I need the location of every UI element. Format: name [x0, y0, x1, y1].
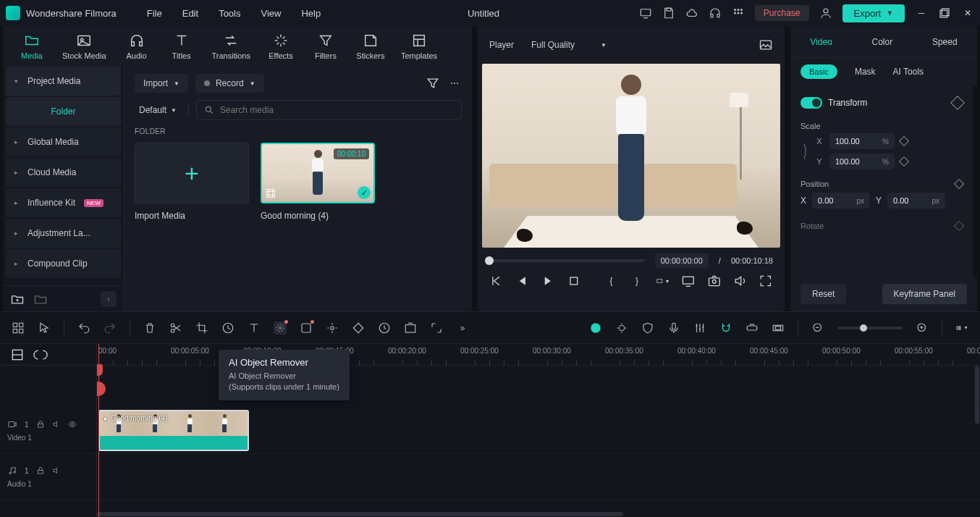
keyframe-panel-button[interactable]: Keyframe Panel	[882, 284, 967, 304]
sidebar-item-influence-kit[interactable]: ▸Influence KitNEW	[6, 188, 121, 217]
fullscreen-button[interactable]	[759, 274, 773, 288]
mute-icon[interactable]	[52, 420, 61, 429]
export-button[interactable]: Export▼	[842, 4, 905, 22]
volume-button[interactable]	[733, 274, 748, 288]
expand-icon[interactable]	[430, 321, 443, 335]
player-tab[interactable]: Player	[489, 40, 514, 50]
lock-icon[interactable]	[36, 420, 45, 429]
ai-object-remover-icon[interactable]	[274, 321, 287, 335]
delete-icon[interactable]	[143, 321, 156, 335]
keyframe-icon[interactable]	[954, 221, 964, 231]
voiceover-icon[interactable]	[615, 321, 628, 335]
headphones-icon[interactable]	[709, 7, 722, 20]
horizontal-scrollbar[interactable]	[97, 511, 974, 517]
user-icon[interactable]	[819, 7, 832, 20]
video-track-row[interactable]: ▸Good morning (4)	[97, 408, 980, 454]
position-x-input[interactable]: 0.00px	[812, 193, 870, 209]
reset-button[interactable]: Reset	[801, 284, 846, 304]
speed-icon[interactable]	[221, 321, 235, 335]
zoom-in-icon[interactable]	[916, 321, 929, 335]
vertical-scrollbar[interactable]	[974, 366, 980, 511]
inspector-tab-speed[interactable]: Speed	[928, 31, 962, 53]
save-icon[interactable]	[662, 7, 675, 20]
overlay-icon[interactable]	[772, 321, 785, 335]
marker-icon[interactable]	[378, 321, 391, 335]
auto-ripple-icon[interactable]	[33, 348, 48, 362]
new-folder-icon[interactable]	[10, 292, 25, 306]
mute-icon[interactable]	[52, 466, 61, 475]
ai-face-icon[interactable]	[589, 321, 602, 335]
tab-templates[interactable]: Templates	[397, 30, 442, 63]
audio-mixer-icon[interactable]	[693, 321, 706, 335]
scale-y-input[interactable]: 100.00%	[829, 154, 895, 169]
more-tools-icon[interactable]: »	[456, 321, 469, 335]
sort-select[interactable]: Default▼	[135, 102, 181, 118]
mark-out-button[interactable]: }	[630, 274, 644, 288]
keyframe-icon[interactable]	[899, 136, 909, 146]
subtab-mask[interactable]: Mask	[855, 67, 876, 77]
shield-icon[interactable]	[641, 321, 654, 335]
track-header-audio[interactable]: 1 Audio 1	[0, 454, 96, 500]
position-y-input[interactable]: 0.00px	[887, 193, 945, 209]
menu-tools[interactable]: Tools	[211, 4, 248, 23]
close-button[interactable]: ✕	[961, 7, 974, 20]
display-button[interactable]	[681, 274, 696, 288]
screenshot-icon[interactable]	[404, 321, 417, 335]
maximize-button[interactable]	[938, 7, 951, 20]
add-track-icon[interactable]	[10, 348, 25, 362]
import-media-tile[interactable]: + Import Media	[135, 143, 249, 221]
tab-stickers[interactable]: Stickers	[352, 30, 389, 63]
ratio-button[interactable]: ▼	[656, 274, 670, 288]
inspector-tab-color[interactable]: Color	[868, 31, 897, 53]
text-icon[interactable]	[248, 321, 261, 335]
video-clip[interactable]: ▸Good morning (4)	[98, 410, 249, 451]
keyframe-icon[interactable]	[899, 156, 909, 167]
sidebar-item-global-media[interactable]: ▸Global Media	[6, 127, 121, 156]
snapshot-mode-icon[interactable]	[759, 38, 773, 52]
select-tool-icon[interactable]	[38, 321, 51, 335]
menu-view[interactable]: View	[253, 4, 288, 23]
keyframe-tool-icon[interactable]	[352, 321, 365, 335]
subtab-ai-tools[interactable]: AI Tools	[893, 67, 924, 77]
tab-transitions[interactable]: Transitions	[208, 30, 255, 63]
stop-button[interactable]	[567, 274, 581, 288]
tab-filters[interactable]: Filters	[307, 30, 345, 63]
playhead[interactable]	[98, 344, 99, 517]
player-preview[interactable]	[482, 64, 780, 248]
filter-icon[interactable]	[426, 76, 440, 91]
undo-icon[interactable]	[77, 321, 90, 335]
track-header-video[interactable]: 1 Video 1	[0, 408, 96, 454]
record-button[interactable]: Record▼	[195, 74, 264, 93]
transform-toggle[interactable]	[801, 97, 822, 109]
scale-x-input[interactable]: 100.00%	[829, 133, 895, 149]
link-icon[interactable]	[745, 321, 759, 335]
play-backward-button[interactable]	[515, 274, 530, 288]
link-axes-icon[interactable]	[801, 141, 811, 161]
sidebar-sub-folder[interactable]: Folder	[6, 97, 121, 126]
menu-file[interactable]: File	[140, 4, 169, 23]
more-icon[interactable]: ⋯	[447, 76, 462, 91]
eye-icon[interactable]	[68, 420, 77, 429]
menu-help[interactable]: Help	[294, 4, 328, 23]
prev-frame-button[interactable]	[489, 274, 504, 288]
sidebar-item-adjustment-layer[interactable]: ▸Adjustment La...	[6, 219, 121, 248]
audio-track-row[interactable]	[97, 454, 980, 500]
zoom-slider[interactable]	[837, 327, 903, 329]
view-mode-icon[interactable]: ▼	[955, 321, 968, 335]
snapshot-button[interactable]	[707, 274, 722, 288]
sidebar-item-cloud-media[interactable]: ▸Cloud Media	[6, 158, 121, 187]
color-icon[interactable]	[300, 321, 313, 335]
play-button[interactable]	[541, 274, 555, 288]
split-icon[interactable]	[169, 321, 182, 335]
quality-select[interactable]: Full Quality▼	[531, 40, 607, 50]
apps-icon[interactable]	[732, 7, 745, 20]
magnet-icon[interactable]	[719, 321, 732, 335]
sidebar-item-project-media[interactable]: ▾Project Media	[6, 67, 121, 96]
lock-icon[interactable]	[36, 466, 45, 475]
zoom-out-icon[interactable]	[811, 321, 824, 335]
tab-effects[interactable]: Effects	[262, 30, 300, 63]
mic-icon[interactable]	[667, 321, 680, 335]
keyframe-icon[interactable]	[954, 179, 964, 189]
media-clip-tile[interactable]: 00:00:10 ✓ Good morning (4)	[261, 143, 375, 221]
redo-icon[interactable]	[104, 321, 117, 335]
